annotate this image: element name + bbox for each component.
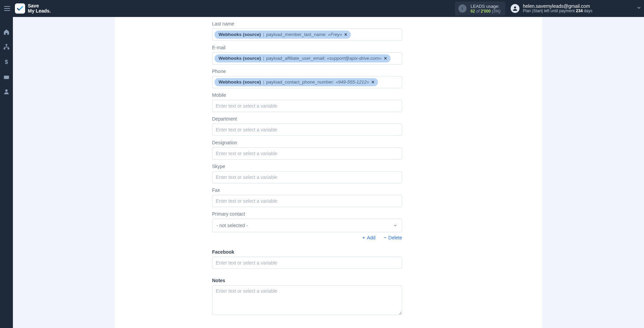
- topbar: Save My Leads. i LEADS usage: 62 of 2'00…: [0, 0, 644, 17]
- label-phone: Phone: [212, 69, 402, 74]
- billing-icon[interactable]: $: [3, 58, 10, 65]
- select-value: - not selected -: [216, 223, 248, 228]
- avatar: [511, 4, 519, 13]
- token-last-name: Webhooks (source) | payload_member_last_…: [214, 31, 351, 39]
- svg-rect-1: [6, 44, 7, 45]
- token-remove-icon[interactable]: ✕: [344, 32, 347, 38]
- side-rail: $: [0, 17, 13, 328]
- token-path: payload_contact_phone_number:: [266, 79, 334, 86]
- form-column: Last name Webhooks (source) | payload_me…: [212, 21, 402, 316]
- leads-usage-label: LEADS usage:: [471, 4, 500, 9]
- info-icon: i: [458, 4, 467, 13]
- input-notes[interactable]: [212, 285, 402, 315]
- field-phone: Phone Webhooks (source) | payload_contac…: [212, 69, 402, 88]
- chevron-down-icon: [393, 223, 398, 228]
- field-mobile: Mobile: [212, 92, 402, 112]
- leads-usage-box[interactable]: i LEADS usage: 62 of 2'000 (3%): [455, 2, 505, 16]
- account-plan-prefix: Plan |Start| left until payment: [523, 8, 576, 13]
- token-source: Webhooks (source): [219, 32, 261, 38]
- input-department[interactable]: [212, 124, 402, 136]
- content-area: Last name Webhooks (source) | payload_me…: [13, 17, 644, 328]
- field-primary-contact: Primary contact - not selected - Add Del…: [212, 211, 402, 240]
- svg-rect-2: [4, 48, 5, 49]
- briefcase-icon[interactable]: [3, 73, 10, 80]
- plus-icon: [362, 236, 366, 240]
- token-value: «Frey»: [328, 32, 342, 38]
- label-primary-contact: Primary contact: [212, 211, 402, 217]
- label-last-name: Last name: [212, 21, 402, 26]
- profile-icon[interactable]: [3, 88, 10, 95]
- token-remove-icon[interactable]: ✕: [384, 56, 387, 61]
- input-facebook[interactable]: [212, 257, 402, 269]
- input-mobile[interactable]: [212, 100, 402, 112]
- token-remove-icon[interactable]: ✕: [371, 79, 375, 85]
- brand-logo-mark: [15, 3, 25, 14]
- field-email: E-mail Webhooks (source) | payload_affil…: [212, 45, 402, 65]
- token-value: «support@apix-drive.com»: [327, 55, 382, 62]
- token-phone: Webhooks (source) | payload_contact_phon…: [214, 78, 378, 87]
- token-value: «949-555-1212»: [336, 79, 369, 86]
- account-plan-days: 234: [576, 8, 583, 13]
- form-panel: Last name Webhooks (source) | payload_me…: [115, 17, 542, 328]
- label-skype: Skype: [212, 164, 402, 169]
- chevron-down-icon: [637, 5, 641, 11]
- label-designation: Designation: [212, 140, 402, 145]
- token-email: Webhooks (source) | payload_affiliate_us…: [214, 54, 391, 63]
- field-fax: Fax: [212, 187, 402, 207]
- minus-icon: [383, 236, 387, 240]
- field-facebook: Facebook: [212, 249, 402, 269]
- token-path: payload_affiliate_user_email:: [266, 55, 326, 62]
- label-mobile: Mobile: [212, 92, 402, 98]
- field-skype: Skype: [212, 164, 402, 183]
- token-path: payload_member_last_name:: [266, 32, 327, 38]
- leads-usage-current: 62: [471, 9, 475, 14]
- account-menu[interactable]: helen.savemyleads@gmail.com Plan |Start|…: [511, 3, 641, 14]
- label-facebook: Facebook: [212, 249, 402, 255]
- input-fax[interactable]: [212, 195, 402, 207]
- brand-name: Save My Leads.: [28, 3, 51, 14]
- brand-line1: Save: [28, 3, 39, 8]
- home-icon[interactable]: [3, 29, 10, 35]
- field-designation: Designation: [212, 140, 402, 160]
- label-email: E-mail: [212, 45, 402, 50]
- account-plan-days-word: days: [583, 8, 592, 13]
- field-last-name: Last name Webhooks (source) | payload_me…: [212, 21, 402, 41]
- label-department: Department: [212, 116, 402, 122]
- leads-usage-max: 2'000: [481, 9, 491, 14]
- svg-point-0: [514, 6, 516, 8]
- svg-text:$: $: [5, 59, 8, 65]
- delete-button-label: Delete: [389, 235, 402, 240]
- svg-rect-3: [7, 48, 9, 49]
- token-source: Webhooks (source): [219, 55, 261, 62]
- connections-icon[interactable]: [3, 43, 10, 50]
- leads-usage-of: of: [476, 9, 479, 14]
- checkmark-icon: [17, 6, 23, 11]
- label-fax: Fax: [212, 187, 402, 193]
- brand-logo[interactable]: Save My Leads.: [15, 3, 51, 14]
- account-email: helen.savemyleads@gmail.com: [523, 3, 592, 9]
- add-button-label: Add: [367, 235, 376, 240]
- menu-toggle-icon[interactable]: [4, 4, 12, 13]
- input-email[interactable]: Webhooks (source) | payload_affiliate_us…: [212, 52, 402, 65]
- input-skype[interactable]: [212, 171, 402, 183]
- svg-point-6: [5, 89, 8, 92]
- delete-button[interactable]: Delete: [383, 235, 402, 240]
- input-designation[interactable]: [212, 147, 402, 160]
- label-notes: Notes: [212, 278, 402, 283]
- input-last-name[interactable]: Webhooks (source) | payload_member_last_…: [212, 29, 402, 41]
- select-primary-contact[interactable]: - not selected -: [212, 219, 402, 232]
- leads-usage-percent: (3%): [492, 9, 500, 14]
- account-text: helen.savemyleads@gmail.com Plan |Start|…: [523, 3, 592, 14]
- user-icon: [512, 5, 518, 12]
- input-phone[interactable]: Webhooks (source) | payload_contact_phon…: [212, 76, 402, 88]
- svg-rect-5: [4, 76, 9, 79]
- brand-line2: My Leads.: [28, 8, 51, 14]
- add-button[interactable]: Add: [362, 235, 376, 240]
- field-department: Department: [212, 116, 402, 136]
- token-source: Webhooks (source): [219, 79, 261, 86]
- field-notes: Notes: [212, 278, 402, 316]
